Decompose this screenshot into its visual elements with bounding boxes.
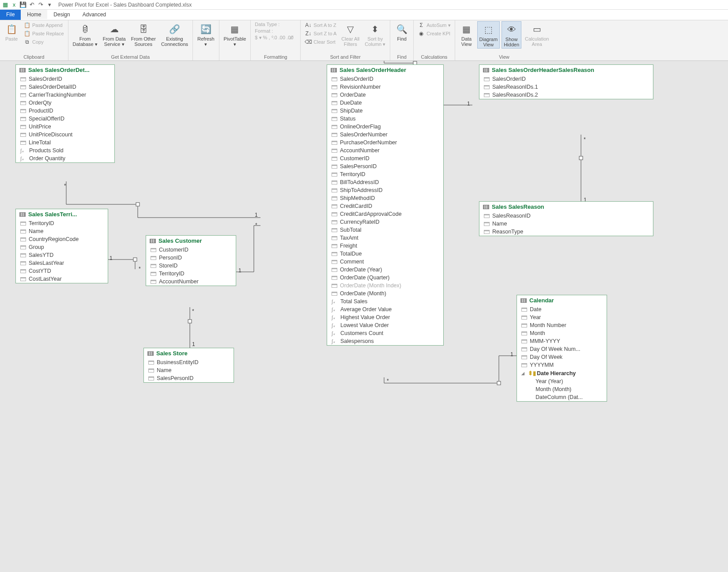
column-row[interactable]: RevisionNumber bbox=[327, 83, 443, 91]
sort-za-button[interactable]: Z↓Sort Z to A bbox=[303, 30, 338, 38]
diagram-view-button[interactable]: ⬚Diagram View bbox=[477, 21, 500, 49]
copy-button[interactable]: ⧉Copy bbox=[22, 38, 65, 46]
column-row[interactable]: ShipMethodID bbox=[327, 194, 443, 202]
column-row[interactable]: TaxAmt bbox=[327, 234, 443, 242]
autosum-button[interactable]: ΣAutoSum ▾ bbox=[416, 21, 452, 29]
from-data-service-button[interactable]: ☁From Data Service ▾ bbox=[101, 21, 128, 48]
tab-file[interactable]: File bbox=[0, 10, 21, 20]
column-row[interactable]: Day Of Week Num... bbox=[517, 345, 607, 353]
column-row[interactable]: BillToAddressID bbox=[327, 178, 443, 186]
rel-node[interactable] bbox=[579, 156, 583, 160]
data-view-button[interactable]: ▦Data View bbox=[458, 21, 475, 48]
calculation-area-button[interactable]: ▭Calculation Area bbox=[523, 21, 551, 48]
entity-header[interactable]: Sales SalesOrderHeader bbox=[327, 65, 443, 75]
entity-header[interactable]: Sales SalesOrderDet... bbox=[16, 65, 114, 75]
column-row[interactable]: Month Number bbox=[517, 321, 607, 329]
column-row[interactable]: TotalDue bbox=[327, 250, 443, 258]
rel-node[interactable] bbox=[133, 258, 137, 262]
entity-sales-territory[interactable]: Sales SalesTerri... TerritoryIDNameCount… bbox=[15, 209, 108, 283]
column-row[interactable]: OnlineOrderFlag bbox=[327, 123, 443, 131]
column-row[interactable]: SubTotal bbox=[327, 226, 443, 234]
entity-header[interactable]: Calendar bbox=[517, 295, 607, 305]
column-row[interactable]: ShipDate bbox=[327, 107, 443, 115]
redo-icon[interactable]: ↷ bbox=[37, 1, 44, 8]
save-icon[interactable]: 💾 bbox=[19, 1, 26, 8]
column-row[interactable]: CostYTD bbox=[16, 267, 108, 275]
column-row[interactable]: Status bbox=[327, 115, 443, 123]
tab-home[interactable]: Home bbox=[21, 10, 47, 20]
from-other-sources-button[interactable]: 🗄From Other Sources bbox=[129, 21, 158, 48]
column-row[interactable]: SalesLastYear bbox=[16, 259, 108, 267]
column-row[interactable]: CountryRegionCode bbox=[16, 235, 108, 243]
column-row[interactable]: AccountNumber bbox=[146, 278, 236, 286]
column-row[interactable]: OrderDate (Quarter) bbox=[327, 274, 443, 282]
column-row[interactable]: ShipToAddressID bbox=[327, 186, 443, 194]
column-row[interactable]: SalesYTD bbox=[16, 251, 108, 259]
refresh-button[interactable]: 🔄Refresh ▾ bbox=[196, 21, 216, 48]
paste-replace-button[interactable]: 📋Paste Replace bbox=[22, 30, 65, 38]
column-row[interactable]: ProductID bbox=[16, 107, 114, 115]
paste-append-button[interactable]: 📋Paste Append bbox=[22, 21, 65, 29]
column-row[interactable]: Order Quantity bbox=[16, 154, 114, 162]
column-row[interactable]: OrderQty bbox=[16, 99, 114, 107]
column-row[interactable]: CurrencyRateID bbox=[327, 218, 443, 226]
entity-sales-order-header-reason[interactable]: Sales SalesOrderHeaderSalesReason SalesO… bbox=[479, 64, 653, 99]
column-row[interactable]: StoreID bbox=[146, 262, 236, 270]
entity-sales-customer[interactable]: Sales Customer CustomerIDPersonIDStoreID… bbox=[146, 235, 236, 286]
column-row[interactable]: UnitPriceDiscount bbox=[16, 131, 114, 139]
column-row[interactable]: SalesPersonID bbox=[144, 374, 234, 382]
entity-calendar[interactable]: Calendar DateYearMonth NumberMonthMMM-YY… bbox=[517, 295, 607, 402]
format-selector[interactable]: Format : bbox=[253, 28, 298, 34]
hierarchy-level[interactable]: Year (Year) bbox=[517, 377, 607, 385]
column-row[interactable]: Month bbox=[517, 329, 607, 337]
column-row[interactable]: SalesOrderID bbox=[479, 75, 653, 83]
column-row[interactable]: Average Order Value bbox=[327, 305, 443, 313]
entity-header[interactable]: Sales Store bbox=[144, 348, 234, 358]
entity-header[interactable]: Sales Customer bbox=[146, 236, 236, 246]
column-row[interactable]: Year bbox=[517, 313, 607, 321]
column-row[interactable]: TerritoryID bbox=[16, 219, 108, 227]
column-row[interactable]: BusinessEntityID bbox=[144, 358, 234, 366]
column-row[interactable]: AccountNumber bbox=[327, 147, 443, 154]
column-row[interactable]: LineTotal bbox=[16, 139, 114, 147]
column-row[interactable]: SpecialOfferID bbox=[16, 115, 114, 123]
column-row[interactable]: MMM-YYYY bbox=[517, 337, 607, 345]
column-row[interactable]: YYYYMM bbox=[517, 361, 607, 369]
column-row[interactable]: SalesOrderID bbox=[327, 75, 443, 83]
from-database-button[interactable]: 🛢From Database ▾ bbox=[71, 21, 99, 48]
entity-header[interactable]: Sales SalesReason bbox=[479, 202, 653, 212]
column-row[interactable]: PersonID bbox=[146, 254, 236, 262]
column-row[interactable]: SalesOrderDetailID bbox=[16, 83, 114, 91]
column-row[interactable]: OrderDate (Month) bbox=[327, 290, 443, 297]
column-row[interactable]: TerritoryID bbox=[146, 270, 236, 278]
sort-az-button[interactable]: A↓Sort A to Z bbox=[303, 21, 338, 29]
column-row[interactable]: Name bbox=[16, 227, 108, 235]
column-row[interactable]: OrderDate (Year) bbox=[327, 266, 443, 274]
column-row[interactable]: Customers Count bbox=[327, 329, 443, 337]
data-type-selector[interactable]: Data Type : bbox=[253, 21, 298, 27]
undo-icon[interactable]: ↶ bbox=[28, 1, 35, 8]
column-row[interactable]: SalesReasonID bbox=[479, 212, 653, 220]
column-row[interactable]: CreditCardApprovalCode bbox=[327, 210, 443, 218]
column-row[interactable]: TerritoryID bbox=[327, 170, 443, 178]
pivottable-button[interactable]: ▦PivotTable ▾ bbox=[222, 21, 248, 48]
column-row[interactable]: SalesOrderNumber bbox=[327, 131, 443, 139]
diagram-canvas[interactable]: * 1 * 1 * 1 * 1 1 * 1 * 1 Sales SalesOrd… bbox=[0, 61, 728, 572]
column-row[interactable]: SalesReasonIDs.1 bbox=[479, 83, 653, 91]
column-row[interactable]: Date bbox=[517, 305, 607, 313]
column-row[interactable]: SalesOrderID bbox=[16, 75, 114, 83]
entity-header[interactable]: Sales SalesOrderHeaderSalesReason bbox=[479, 65, 653, 75]
column-row[interactable]: Total Sales bbox=[327, 297, 443, 305]
clear-sort-button[interactable]: ⌫Clear Sort bbox=[303, 38, 338, 46]
column-row[interactable]: Freight bbox=[327, 242, 443, 250]
column-row[interactable]: OrderDate (Month Index) bbox=[327, 282, 443, 290]
hierarchy-row[interactable]: ◢⬍▮Date Hierarchy bbox=[517, 369, 607, 377]
hierarchy-level[interactable]: DateColumn (Dat... bbox=[517, 393, 607, 401]
column-row[interactable]: SalesPersonID bbox=[327, 162, 443, 170]
existing-connections-button[interactable]: 🔗Existing Connections bbox=[159, 21, 190, 48]
entity-header[interactable]: Sales SalesTerri... bbox=[16, 209, 108, 219]
create-kpi-button[interactable]: ◉Create KPI bbox=[416, 30, 452, 38]
hierarchy-level[interactable]: Month (Month) bbox=[517, 385, 607, 393]
tab-advanced[interactable]: Advanced bbox=[76, 10, 112, 20]
rel-node[interactable] bbox=[136, 203, 140, 207]
